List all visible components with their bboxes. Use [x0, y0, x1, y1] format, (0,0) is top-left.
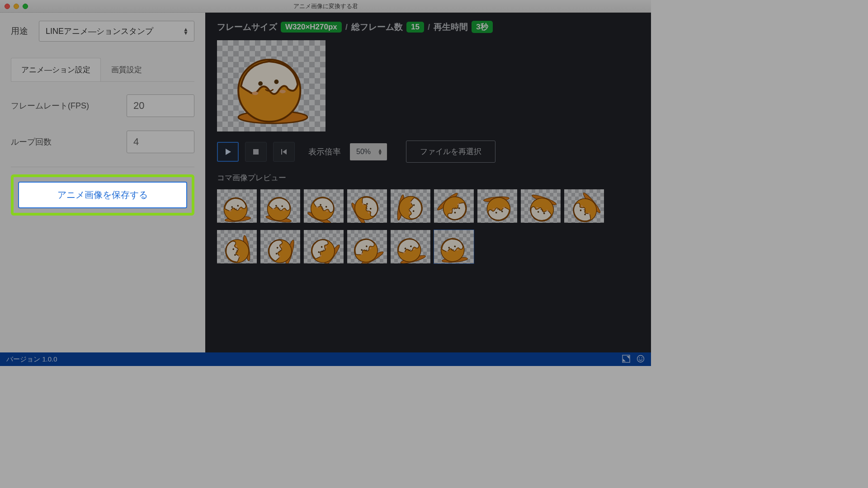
meta-separator: / [428, 22, 430, 32]
frame-thumb[interactable] [391, 230, 430, 263]
duration-label: 再生時間 [434, 21, 468, 33]
frame-thumb[interactable] [477, 189, 517, 223]
sidebar: 用途 LINEアニメ―ションスタンプ ▲▼ アニメ―ション設定 画質設定 フレー… [0, 13, 205, 352]
loop-input[interactable] [127, 131, 194, 153]
meta-separator: / [345, 22, 348, 32]
fps-input[interactable] [127, 94, 194, 117]
svg-marker-12 [623, 359, 626, 361]
meta-bar: フレームサイズ W320×H270px / 総フレーム数 15 / 再生時間 3… [217, 21, 639, 33]
smiley-icon[interactable] [637, 355, 645, 364]
frame-thumb[interactable] [304, 189, 344, 223]
stop-icon [253, 149, 259, 155]
skip-back-icon [280, 148, 288, 155]
frame-thumb[interactable] [347, 230, 387, 263]
frame-thumb[interactable] [434, 230, 474, 263]
save-animation-button[interactable]: アニメ画像を保存する [18, 182, 187, 208]
frame-thumb[interactable] [391, 189, 430, 223]
frame-thumb[interactable] [564, 189, 604, 223]
zoom-select-value: 50% [356, 148, 371, 155]
preview-canvas [217, 40, 326, 131]
settings-tabs: アニメ―ション設定 画質設定 [11, 58, 194, 82]
frames-list [217, 189, 639, 263]
play-button[interactable] [217, 142, 239, 162]
frame-thumb[interactable] [260, 189, 300, 223]
frame-thumb[interactable] [434, 189, 474, 223]
footer: バージョン 1.0.0 [0, 352, 651, 366]
window-title: アニメ画像に変換する君 [0, 2, 651, 10]
tab-animation-settings[interactable]: アニメ―ション設定 [11, 58, 101, 81]
frame-thumb[interactable] [217, 230, 257, 263]
frame-thumb[interactable] [304, 230, 344, 263]
svg-marker-11 [627, 356, 629, 359]
version-label: バージョン 1.0.0 [6, 355, 57, 364]
purpose-select[interactable]: LINEアニメ―ションスタンプ ▲▼ [39, 21, 194, 42]
logo-icon [622, 355, 630, 364]
tab-quality-settings[interactable]: 画質設定 [101, 58, 152, 81]
frame-thumb[interactable] [260, 230, 300, 263]
frame-thumb[interactable] [347, 189, 387, 223]
total-frames-label: 総フレーム数 [351, 21, 403, 33]
svg-point-14 [639, 357, 640, 358]
preview-pane: フレームサイズ W320×H270px / 総フレーム数 15 / 再生時間 3… [205, 13, 651, 352]
stop-button[interactable] [245, 142, 267, 162]
zoom-label: 表示倍率 [308, 146, 341, 157]
chevron-up-down-icon: ▲▼ [377, 149, 382, 155]
close-window-button[interactable] [5, 4, 10, 9]
play-icon [224, 148, 231, 155]
divider [11, 167, 194, 167]
fps-label: フレームレート(FPS) [11, 100, 89, 111]
svg-rect-7 [253, 149, 259, 155]
save-highlight: アニメ画像を保存する [11, 174, 194, 216]
titlebar: アニメ画像に変換する君 [0, 0, 651, 13]
frame-size-label: フレームサイズ [217, 21, 277, 33]
playback-controls: 表示倍率 50% ▲▼ ファイルを再選択 [217, 141, 639, 163]
total-frames-badge: 15 [406, 22, 424, 33]
skip-back-button[interactable] [273, 142, 295, 162]
frame-size-badge: W320×H270px [281, 22, 342, 33]
svg-point-13 [637, 355, 644, 362]
frame-thumb[interactable] [521, 189, 561, 223]
minimize-window-button[interactable] [14, 4, 19, 9]
zoom-select[interactable]: 50% ▲▼ [350, 143, 387, 160]
chevron-up-down-icon: ▲▼ [183, 28, 189, 35]
loop-label: ループ回数 [11, 136, 52, 147]
purpose-label: 用途 [11, 25, 28, 37]
frame-thumb[interactable] [217, 189, 257, 223]
reselect-file-button[interactable]: ファイルを再選択 [406, 141, 495, 163]
svg-marker-6 [226, 149, 231, 155]
svg-rect-8 [281, 149, 282, 155]
svg-marker-9 [283, 149, 287, 155]
frames-preview-title: コマ画像プレビュー [217, 173, 639, 183]
duration-badge: 3秒 [472, 21, 492, 33]
zoom-window-button[interactable] [23, 4, 28, 9]
purpose-select-value: LINEアニメ―ションスタンプ [46, 27, 153, 36]
svg-point-15 [642, 357, 642, 358]
